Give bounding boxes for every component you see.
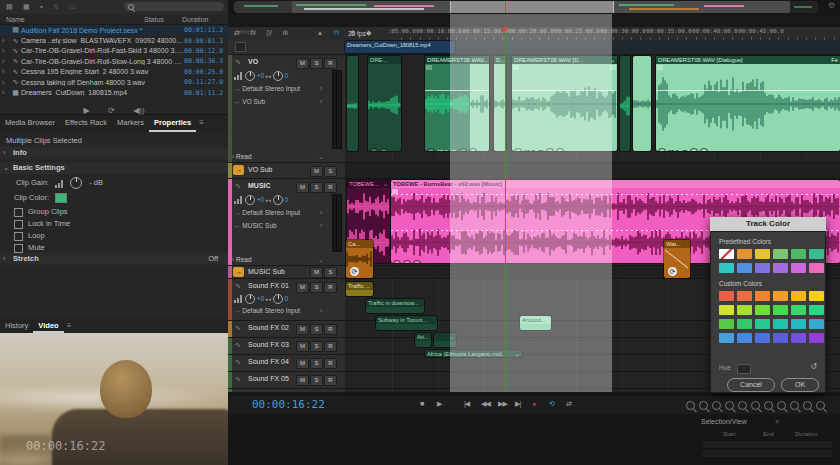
solo-button[interactable]: S [310, 324, 323, 335]
rewind-button[interactable]: ◀◀ [481, 400, 490, 408]
solo-button[interactable]: S [310, 282, 323, 293]
color-swatch[interactable] [809, 263, 824, 273]
track-header-fx1[interactable]: ∿ Sound FX 01 M S R +0 ▸◂ 0 → Default St… [228, 279, 345, 321]
checkbox-mute[interactable] [14, 244, 23, 253]
zoom-to-selection-icon[interactable] [751, 401, 760, 410]
tab-video[interactable]: Video [33, 318, 63, 333]
color-swatch[interactable] [809, 333, 824, 343]
color-swatch[interactable] [791, 305, 806, 315]
track-header-vo[interactable]: ∿ VO M S R +0 ▸◂ 0 → Default Stereo Inpu… [228, 55, 345, 163]
mute-button[interactable]: M [296, 341, 309, 352]
info-section-header[interactable]: ›Info [0, 147, 228, 159]
volume-envelope[interactable] [425, 90, 489, 91]
audio-clip[interactable] [620, 56, 630, 151]
color-swatch[interactable] [719, 333, 734, 343]
fade-out-handle[interactable] [610, 65, 616, 70]
clip-gain-knob[interactable] [427, 148, 435, 151]
solo-button[interactable]: S [324, 166, 337, 177]
clip-gain-knob[interactable] [370, 148, 378, 151]
video-preview[interactable]: 00:00:16:22 [0, 333, 228, 465]
snap-icon[interactable]: ⊓ [334, 27, 339, 39]
audio-clip[interactable] [633, 56, 651, 151]
solo-button[interactable]: S [310, 182, 323, 193]
expand-chevron-icon[interactable]: › [0, 68, 10, 75]
timeline-navigator[interactable] [234, 1, 818, 13]
panel-menu-icon[interactable]: ≡ [196, 115, 204, 132]
basic-settings-section-header[interactable]: ⌄Basic Settings [0, 162, 228, 174]
color-swatch[interactable] [791, 319, 806, 329]
tab-properties[interactable]: Properties [149, 115, 196, 132]
fade-in-handle[interactable] [657, 65, 663, 70]
mixer-icon[interactable]: ılı [282, 27, 287, 39]
swap-button[interactable]: ⇄ [566, 400, 571, 408]
track-header-fx5[interactable]: ∿ Sound FX 05 M S R [228, 372, 345, 389]
cancel-button[interactable]: Cancel [727, 378, 775, 392]
solo-button[interactable]: S [310, 341, 323, 352]
fx-clip[interactable]: Africa (Ethiopia Langano mid...⌄ [425, 350, 522, 357]
volume-knob[interactable] [245, 71, 255, 81]
zoom-out-amplitude-icon[interactable] [738, 401, 747, 410]
zoom-in-time-icon[interactable] [699, 401, 708, 410]
zoom-to-in-point-icon[interactable] [764, 401, 773, 410]
automation-mode-selector[interactable]: › Read⌄ [232, 256, 252, 263]
color-swatch[interactable] [809, 319, 824, 329]
checkbox-loop[interactable] [14, 232, 23, 241]
fx-clip[interactable]: Ca... ⟳ [346, 240, 373, 278]
file-row[interactable]: ›∿Car-Tire-OB-Gravel-Dirt-Roll-Fast-Skid… [0, 46, 228, 56]
media-browser-icon[interactable]: ▦ [23, 0, 30, 13]
video-clip[interactable]: Dreamers_CutDown_180815.mp4 [345, 41, 455, 53]
volume-envelope[interactable] [391, 194, 840, 195]
video-monitor-icon[interactable] [235, 42, 246, 52]
file-row[interactable]: ›∿Car-Tire-OB-Gravel-Dirt-Roll-Slow-Long… [0, 56, 228, 66]
ok-button[interactable]: OK [781, 378, 819, 392]
color-swatch[interactable] [737, 319, 752, 329]
arm-record-button[interactable]: R [324, 375, 337, 386]
loop-preview-icon[interactable]: ⟳ [108, 106, 115, 115]
track-header-fx2[interactable]: ∿ Sound FX 02 M S R [228, 321, 345, 338]
preview-play-icon[interactable]: ▶ [83, 106, 89, 115]
track-color-strip[interactable] [228, 55, 232, 162]
audio-clip[interactable]: DRE... [368, 56, 401, 151]
color-swatch[interactable] [755, 263, 770, 273]
pan-knob[interactable] [273, 195, 283, 205]
audio-clip[interactable] [347, 56, 358, 151]
track-header-music-sub[interactable]: → MUSIC Sub M S [228, 266, 345, 279]
file-row[interactable]: ›∿Cessna 195 Engine Start_2 48000 3.wav0… [0, 67, 228, 77]
loop-playback-button[interactable]: ⟲ [549, 400, 554, 408]
color-swatch[interactable] [809, 305, 824, 315]
arm-record-button[interactable]: R [324, 358, 337, 369]
arm-record-button[interactable]: R [324, 282, 337, 293]
mute-button[interactable]: M [296, 282, 309, 293]
track-header-vo-sub[interactable]: → VO Sub M S [228, 163, 345, 179]
color-swatch[interactable] [791, 263, 806, 273]
color-swatch[interactable] [773, 249, 788, 259]
color-swatch[interactable] [719, 305, 734, 315]
file-row[interactable]: ›▦Dreamers_CutDown_180815.mp400:01:11.2 [0, 87, 228, 97]
color-swatch[interactable] [773, 333, 788, 343]
panel-menu-icon[interactable]: ≡ [64, 318, 72, 333]
audio-clip[interactable]: DREAMERST08.WAV [D...⌄ 12.8 dB [512, 56, 617, 151]
metronome-icon[interactable]: ▲ [316, 27, 323, 39]
play-button[interactable]: ▶ [437, 400, 441, 408]
files-column-header[interactable]: Name Status Duration [0, 14, 228, 25]
fx-clip[interactable]: Subway in Toront...⌄ [376, 316, 437, 330]
color-swatch[interactable] [719, 263, 734, 273]
expand-chevron-icon[interactable]: › [0, 47, 10, 54]
tab-effects-rack[interactable]: Effects Rack [60, 115, 112, 132]
clip-gain-knob[interactable] [658, 148, 666, 151]
track-color-strip[interactable] [228, 279, 232, 320]
track-header-music[interactable]: ∿ MUSIC M S R +0 ▸◂ 0 → Default Stereo I… [228, 179, 345, 266]
color-swatch[interactable] [773, 263, 788, 273]
color-swatch[interactable] [755, 249, 770, 259]
color-swatch[interactable] [737, 263, 752, 273]
track-header-video[interactable] [228, 40, 345, 55]
pan-knob[interactable] [273, 294, 283, 304]
volume-envelope[interactable] [512, 90, 617, 91]
zoom-to-out-point-icon[interactable] [777, 401, 786, 410]
input-selector[interactable]: Default Stereo Input [242, 209, 300, 216]
fx-clip[interactable]: Ari... [415, 333, 431, 347]
marker-icon[interactable]: ◆ [366, 27, 371, 39]
color-swatch[interactable] [773, 291, 788, 301]
timeline-ruler[interactable]: 00:00:05:00.000:00:10:00.000:00:15:00.00… [388, 27, 840, 40]
clip-gain-knob[interactable] [70, 177, 82, 189]
